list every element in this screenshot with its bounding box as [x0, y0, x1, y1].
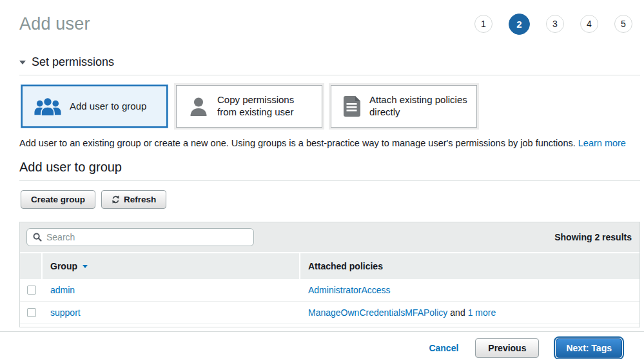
- card-add-user-to-group[interactable]: Add user to group: [21, 85, 168, 128]
- group-cell: admin: [43, 285, 300, 295]
- groups-table: Showing 2 results Group Attached policie…: [19, 222, 640, 327]
- column-header-group[interactable]: Group: [43, 253, 300, 279]
- table-row-admin: admin AdministratorAccess: [20, 279, 639, 302]
- group-cell: support: [43, 307, 300, 318]
- row-checkbox-cell: [20, 308, 43, 317]
- card-attach-policies[interactable]: Attach existing policies directly: [331, 85, 477, 128]
- page-header: Add user 1 2 3 4 5: [19, 10, 640, 37]
- card-label: Add user to group: [70, 101, 146, 113]
- header-checkbox-cell: [20, 253, 43, 279]
- column-header-attached-policies[interactable]: Attached policies: [300, 253, 639, 279]
- permission-option-cards: Add user to group Copy permissions from …: [21, 85, 640, 128]
- previous-button[interactable]: Previous: [475, 338, 539, 358]
- collapse-icon: [19, 61, 26, 64]
- table-body: admin AdministratorAccess support Manage…: [20, 279, 639, 327]
- wizard-step-3[interactable]: 3: [546, 15, 564, 33]
- group-link[interactable]: admin: [50, 285, 75, 295]
- refresh-button[interactable]: Refresh: [101, 190, 166, 209]
- set-permissions-title: Set permissions: [32, 55, 114, 69]
- row-checkbox[interactable]: [27, 286, 36, 295]
- section-description: Add user to an existing group or create …: [19, 138, 640, 148]
- create-group-button[interactable]: Create group: [21, 190, 95, 209]
- group-link[interactable]: support: [50, 307, 81, 318]
- learn-more-link[interactable]: Learn more: [578, 138, 626, 148]
- policy-more-link[interactable]: 1 more: [468, 307, 496, 318]
- search-box[interactable]: [26, 228, 254, 246]
- search-input[interactable]: [46, 232, 248, 242]
- group-icon: [34, 97, 61, 116]
- policy-separator: and: [450, 307, 465, 318]
- wizard-step-4[interactable]: 4: [580, 15, 598, 33]
- cancel-button[interactable]: Cancel: [429, 343, 458, 353]
- user-icon: [188, 96, 209, 117]
- wizard-steps: 1 2 3 4 5: [474, 14, 632, 35]
- policies-cell: ManageOwnCredentialsMFAPolicyand1 more: [300, 307, 639, 318]
- results-count: Showing 2 results: [554, 232, 632, 242]
- row-checkbox[interactable]: [27, 308, 36, 317]
- card-copy-permissions[interactable]: Copy permissions from existing user: [176, 85, 322, 128]
- policy-link[interactable]: ManageOwnCredentialsMFAPolicy: [308, 307, 447, 318]
- wizard-step-1[interactable]: 1: [474, 15, 493, 33]
- row-checkbox-cell: [20, 286, 43, 295]
- sort-desc-icon: [83, 265, 88, 268]
- refresh-label: Refresh: [124, 195, 156, 204]
- document-icon: [343, 96, 361, 117]
- next-tags-button[interactable]: Next: Tags: [556, 338, 622, 358]
- description-text: Add user to an existing group or create …: [19, 138, 576, 148]
- card-label: Copy permissions from existing user: [217, 94, 315, 119]
- table-toolbar: Showing 2 results: [20, 222, 639, 252]
- policies-cell: AdministratorAccess: [300, 285, 639, 295]
- table-header: Group Attached policies: [20, 252, 639, 279]
- column-label: Group: [50, 261, 77, 271]
- wizard-step-5[interactable]: 5: [614, 15, 632, 33]
- wizard-footer: Cancel Previous Next: Tags: [0, 331, 644, 359]
- set-permissions-toggle[interactable]: Set permissions: [19, 55, 640, 75]
- page-title: Add user: [19, 14, 90, 34]
- main-content: Add user 1 2 3 4 5 Set permissions: [0, 10, 644, 327]
- table-row-support: support ManageOwnCredentialsMFAPolicyand…: [20, 302, 639, 324]
- wizard-step-2-active[interactable]: 2: [509, 14, 530, 35]
- group-section-title: Add user to group: [19, 160, 640, 181]
- column-label: Attached policies: [308, 261, 383, 271]
- policy-link[interactable]: AdministratorAccess: [308, 285, 391, 295]
- group-actions: Create group Refresh: [21, 190, 640, 209]
- refresh-icon: [112, 195, 120, 204]
- search-icon: [33, 233, 42, 242]
- card-label: Attach existing policies directly: [369, 94, 470, 119]
